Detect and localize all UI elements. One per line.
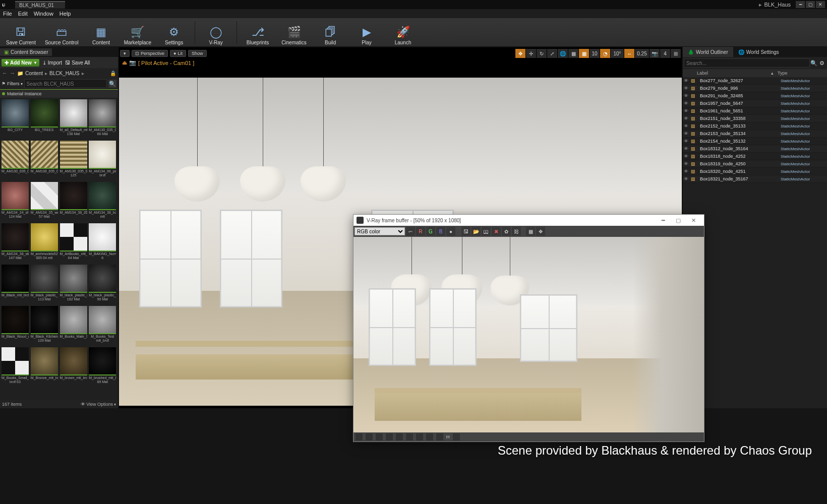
vfb-status-icon[interactable] xyxy=(396,433,403,440)
visibility-icon[interactable]: 👁 xyxy=(683,108,689,113)
asset-thumbnail[interactable]: M_Books_Main_Shelf_mtl_brdf xyxy=(60,306,87,346)
vfb-status-icon[interactable] xyxy=(453,433,460,440)
content-search-input[interactable] xyxy=(24,79,107,88)
transform-move-icon[interactable]: ✢ xyxy=(526,49,536,58)
menu-file[interactable]: File xyxy=(3,11,12,17)
outliner-row[interactable]: 👁▧Box291_node_32485StaticMeshActor xyxy=(683,92,827,100)
pilot-indicator[interactable]: ⏏ 📷 [ Pilot Active - Cam01 ] xyxy=(122,59,194,66)
view-options-button[interactable]: 👁 View Options xyxy=(81,402,116,407)
vfb-render-view[interactable] xyxy=(353,237,704,432)
vfb-open-icon[interactable]: 📂 xyxy=(471,227,481,236)
asset-thumbnail[interactable]: M_black_plastic_mtl_brdf 113 Mat xyxy=(31,265,58,304)
transform-select-icon[interactable]: ✥ xyxy=(515,49,525,58)
asset-thumbnail[interactable]: M_Books_Test mtl_brdf xyxy=(89,306,116,346)
asset-thumbnail[interactable]: M_a3_Default_mtl_brdf 138 Mat xyxy=(60,99,87,139)
viewport-mode-button[interactable]: ⊡ Perspective xyxy=(132,50,168,57)
viewport-lit-button[interactable]: ● Lit xyxy=(170,50,186,57)
asset-thumbnail[interactable]: M_brown_mtl_brdf_75_Mat xyxy=(60,347,87,387)
filters-dropdown[interactable]: Filters xyxy=(7,81,23,86)
vfb-copy-icon[interactable]: ✿ xyxy=(502,227,511,236)
vfb-history-icon[interactable]: 🕮 xyxy=(482,227,491,236)
grid-snap-toggle[interactable]: ▦ xyxy=(579,49,589,58)
vfb-status-icon[interactable] xyxy=(436,433,443,440)
level-tab[interactable]: BLK_HAUS_01 xyxy=(15,1,65,9)
asset-thumbnail[interactable]: M_AM130_035_005_mtl_brdf xyxy=(31,141,58,180)
import-button[interactable]: ⤓ Import xyxy=(42,60,62,66)
outliner-row[interactable]: 👁▧Box2153_node_35134StaticMeshActor xyxy=(683,130,827,138)
visibility-icon[interactable]: 👁 xyxy=(683,169,689,174)
outliner-row[interactable]: 👁▧Box1957_node_5647StaticMeshActor xyxy=(683,100,827,107)
outliner-row[interactable]: 👁▧Box2152_node_35133StaticMeshActor xyxy=(683,122,827,130)
nav-back-button[interactable]: ← xyxy=(2,70,8,76)
outliner-col-type[interactable]: Type xyxy=(778,71,788,76)
content-button[interactable]: ▦Content xyxy=(85,18,118,46)
asset-thumbnail[interactable]: M_brushed_mtl_brdf 89 Mat xyxy=(89,347,116,387)
vfb-clear-icon[interactable]: ✖ xyxy=(492,227,501,236)
maximize-button[interactable]: ▢ xyxy=(806,1,815,8)
vfb-blue-channel-button[interactable]: B xyxy=(436,227,445,236)
visibility-icon[interactable]: 👁 xyxy=(683,176,689,181)
breadcrumb-folder[interactable]: BLCK_HAUS xyxy=(49,71,79,76)
viewport-show-button[interactable]: Show xyxy=(188,50,207,57)
outliner-col-label[interactable]: Label ▴ xyxy=(683,71,778,76)
vfb-green-channel-button[interactable]: G xyxy=(426,227,435,236)
vfb-status-icon[interactable] xyxy=(406,433,413,440)
filter-chip[interactable]: Material Instance xyxy=(0,89,118,98)
vfb-status-icon[interactable] xyxy=(426,433,433,440)
eject-icon[interactable]: ⏏ xyxy=(122,59,127,66)
vfb-link-icon[interactable]: ⛓ xyxy=(512,227,521,236)
content-browser-tab[interactable]: ▣Content Browser xyxy=(0,48,52,56)
menu-edit[interactable]: Edit xyxy=(18,11,28,17)
outliner-row[interactable]: 👁▧Box1961_node_5651StaticMeshActor xyxy=(683,107,827,115)
asset-thumbnail[interactable]: BG_TREES xyxy=(31,99,58,139)
grid-snap-value[interactable]: 10 xyxy=(589,49,600,58)
asset-thumbnail[interactable]: BG_CITY xyxy=(2,99,29,139)
cine-button[interactable]: 🎬Cinematics xyxy=(277,18,311,46)
vfb-titlebar[interactable]: V-Ray frame buffer - [50% of 1920 x 1080… xyxy=(353,215,704,226)
visibility-icon[interactable]: 👁 xyxy=(683,93,689,98)
scale-snap-value[interactable]: 0.25 xyxy=(635,49,649,58)
asset-thumbnail[interactable]: M_Black_Kitchen_mtl_brdf 129 Mat xyxy=(31,306,58,346)
viewport-menu-button[interactable]: ▾ xyxy=(120,50,130,57)
market-button[interactable]: 🛒Marketplace xyxy=(121,18,154,46)
vfb-save-icon[interactable]: 🖫 xyxy=(461,227,470,236)
add-new-button[interactable]: ✚ Add New xyxy=(2,59,39,67)
asset-thumbnail[interactable]: M_Black_mtl_brdf_45_Mat xyxy=(2,265,29,304)
surface-snap-icon[interactable]: ▦ xyxy=(568,49,578,58)
play-button[interactable]: ▶Play xyxy=(350,18,383,46)
asset-thumbnail[interactable]: M_AM134_38_bottle_glass_white mtl xyxy=(89,182,116,222)
visibility-icon[interactable]: 👁 xyxy=(683,123,689,129)
lock-icon[interactable]: 🔒 xyxy=(110,71,116,76)
minimize-button[interactable]: ━ xyxy=(796,1,805,8)
outliner-row[interactable]: 👁▧Box18321_node_35167StaticMeshActor xyxy=(683,175,827,183)
outliner-row[interactable]: 👁▧Box2154_node_35132StaticMeshActor xyxy=(683,138,827,145)
scc-button[interactable]: 🗃Source Control xyxy=(42,18,82,46)
build-button[interactable]: 🗍Build xyxy=(314,18,347,46)
outliner-row[interactable]: 👁▧Box18320_node_4251StaticMeshActor xyxy=(683,168,827,175)
vfb-mono-button[interactable]: ● xyxy=(446,227,455,236)
asset-thumbnail[interactable]: M_ArtBooks_mtl_mtl_brdf 64 Mat xyxy=(60,223,87,263)
vfb-region-icon[interactable]: ▦ xyxy=(526,227,535,236)
angle-snap-toggle[interactable]: ◔ xyxy=(600,49,610,58)
menu-window[interactable]: Window xyxy=(34,11,53,17)
asset-thumbnail[interactable]: M_Books_Small_Shelf_mtl brdf 63 xyxy=(2,347,29,387)
transform-scale-icon[interactable]: ⤢ xyxy=(547,49,557,58)
asset-thumbnail[interactable]: M_AM134_06_paper_bag_mtl brdf xyxy=(89,141,116,180)
outliner-search-input[interactable] xyxy=(684,58,810,68)
asset-thumbnail[interactable]: M_black_plastic_mtl_brdf 90 Mat xyxy=(89,265,116,304)
vfb-red-channel-button[interactable]: R xyxy=(416,227,425,236)
transform-rotate-icon[interactable]: ↻ xyxy=(537,49,547,58)
vray-button[interactable]: ◯V-Ray xyxy=(199,18,232,46)
close-button[interactable]: ✕ xyxy=(816,1,825,8)
outliner-row[interactable]: 👁▧Box18318_node_4252StaticMeshActor xyxy=(683,153,827,160)
asset-thumbnail[interactable]: M_black_plastic_mtl_brdf 102 Mat xyxy=(60,265,87,304)
vfb-status-icon[interactable] xyxy=(356,433,363,440)
world-settings-tab[interactable]: 🌐 World Settings xyxy=(733,47,784,57)
visibility-icon[interactable]: 👁 xyxy=(683,116,689,121)
asset-thumbnail[interactable]: M_Bronze_mtl_brdf_40_Mat xyxy=(31,347,58,387)
camera-speed-value[interactable]: 4 xyxy=(660,49,670,58)
asset-thumbnail[interactable]: M_archmodels52 005 04 mtl xyxy=(31,223,58,263)
asset-thumbnail[interactable]: M_AM130_035_003_mtl_brdf xyxy=(2,141,29,180)
visibility-icon[interactable]: 👁 xyxy=(683,146,689,151)
asset-thumbnail[interactable]: M_AM134_38_20_Defaultfos xyxy=(60,182,87,222)
